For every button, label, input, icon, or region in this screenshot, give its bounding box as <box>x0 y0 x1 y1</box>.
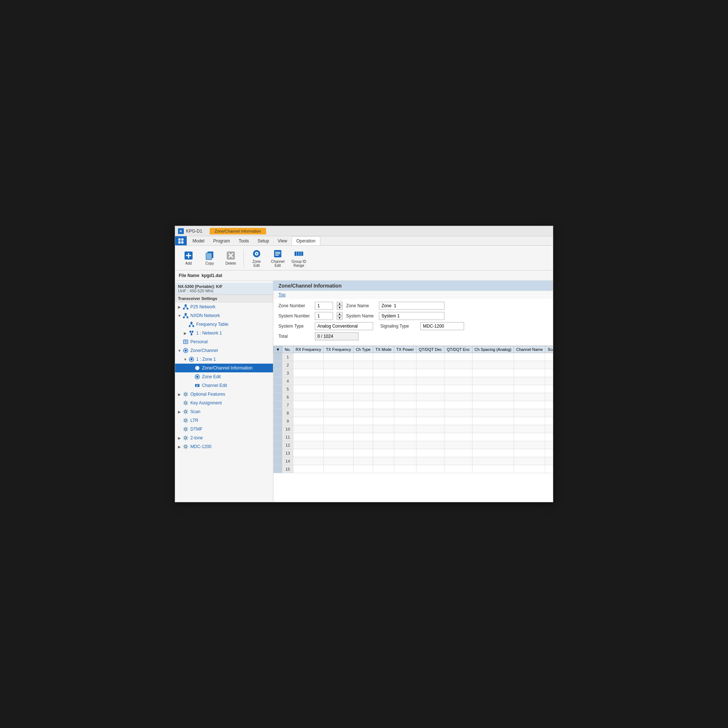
data-cell[interactable] <box>324 353 353 361</box>
data-cell[interactable] <box>394 401 416 409</box>
data-cell[interactable] <box>294 377 324 385</box>
channel-edit-button[interactable]: ChannelEdit <box>268 248 288 269</box>
scan-add-cell[interactable] <box>545 385 553 393</box>
data-cell[interactable] <box>294 417 324 425</box>
data-cell[interactable] <box>394 441 416 449</box>
data-cell[interactable] <box>444 433 472 441</box>
data-cell[interactable] <box>373 353 394 361</box>
data-cell[interactable] <box>353 385 373 393</box>
data-cell[interactable] <box>394 385 416 393</box>
data-cell[interactable] <box>416 457 444 465</box>
data-cell[interactable] <box>373 393 394 401</box>
scan-add-cell[interactable] <box>545 393 553 401</box>
zone-number-spinner[interactable]: ▲ ▼ <box>337 302 343 310</box>
table-row[interactable]: 9 <box>274 417 553 425</box>
data-cell[interactable] <box>324 417 353 425</box>
data-cell[interactable] <box>416 417 444 425</box>
scan-add-cell[interactable] <box>545 377 553 385</box>
data-cell[interactable] <box>444 425 472 433</box>
table-row[interactable]: 14 <box>274 457 553 465</box>
data-cell[interactable] <box>444 393 472 401</box>
data-cell[interactable] <box>324 377 353 385</box>
sidebar-item-zone-edit[interactable]: Zone Edit <box>175 372 273 381</box>
scan-add-cell[interactable] <box>545 433 553 441</box>
menu-setup[interactable]: Setup <box>253 236 273 245</box>
data-cell[interactable] <box>324 409 353 417</box>
scan-add-cell[interactable] <box>545 369 553 377</box>
data-cell[interactable] <box>373 457 394 465</box>
data-cell[interactable] <box>373 401 394 409</box>
zone-edit-button[interactable]: ZoneEdit <box>247 248 266 269</box>
sidebar-item-dtmf[interactable]: DTMF <box>175 425 273 434</box>
data-cell[interactable] <box>324 449 353 457</box>
zone-name-input[interactable] <box>379 302 444 310</box>
system-type-input[interactable] <box>315 322 373 330</box>
table-row[interactable]: 8 <box>274 409 553 417</box>
zone-number-down[interactable]: ▼ <box>337 306 343 310</box>
table-row[interactable]: 12 <box>274 441 553 449</box>
data-cell[interactable] <box>294 385 324 393</box>
scan-add-cell[interactable] <box>545 449 553 457</box>
data-cell[interactable] <box>373 441 394 449</box>
data-cell[interactable] <box>353 465 373 473</box>
data-cell[interactable] <box>472 377 514 385</box>
data-cell[interactable] <box>373 465 394 473</box>
data-cell[interactable] <box>294 353 324 361</box>
table-row[interactable]: 4 <box>274 377 553 385</box>
data-cell[interactable] <box>514 457 545 465</box>
data-cell[interactable] <box>394 353 416 361</box>
scan-add-cell[interactable] <box>545 409 553 417</box>
data-cell[interactable] <box>472 449 514 457</box>
data-cell[interactable] <box>472 457 514 465</box>
sidebar-item-scan[interactable]: ▶ Scan <box>175 407 273 416</box>
copy-button[interactable]: Copy <box>200 248 219 269</box>
data-cell[interactable] <box>324 369 353 377</box>
data-cell[interactable] <box>472 401 514 409</box>
data-cell[interactable] <box>373 433 394 441</box>
data-cell[interactable] <box>373 361 394 369</box>
scan-add-cell[interactable] <box>545 361 553 369</box>
table-row[interactable]: 3 <box>274 369 553 377</box>
scan-add-cell[interactable] <box>545 441 553 449</box>
data-cell[interactable] <box>514 417 545 425</box>
data-cell[interactable] <box>514 369 545 377</box>
data-cell[interactable] <box>394 457 416 465</box>
sidebar-item-network1[interactable]: ▶ 1 : Network 1 <box>175 329 273 337</box>
data-cell[interactable] <box>294 393 324 401</box>
data-cell[interactable] <box>416 433 444 441</box>
sidebar-item-mdc1200[interactable]: ▶ MDC-1200 <box>175 442 273 451</box>
data-cell[interactable] <box>324 361 353 369</box>
data-cell[interactable] <box>353 353 373 361</box>
table-row[interactable]: 2 <box>274 361 553 369</box>
data-cell[interactable] <box>444 377 472 385</box>
data-cell[interactable] <box>416 425 444 433</box>
data-cell[interactable] <box>294 433 324 441</box>
data-cell[interactable] <box>416 441 444 449</box>
data-cell[interactable] <box>514 353 545 361</box>
sidebar-item-key-assignment[interactable]: Key Assignment <box>175 399 273 407</box>
table-row[interactable]: 15 <box>274 465 553 473</box>
data-cell[interactable] <box>472 385 514 393</box>
data-cell[interactable] <box>514 377 545 385</box>
data-cell[interactable] <box>373 385 394 393</box>
data-cell[interactable] <box>514 361 545 369</box>
data-cell[interactable] <box>416 353 444 361</box>
data-cell[interactable] <box>416 449 444 457</box>
data-cell[interactable] <box>514 441 545 449</box>
data-cell[interactable] <box>444 409 472 417</box>
table-row[interactable]: 13 <box>274 449 553 457</box>
menu-view[interactable]: View <box>273 236 292 245</box>
data-cell[interactable] <box>373 425 394 433</box>
data-cell[interactable] <box>394 425 416 433</box>
sidebar-item-personal[interactable]: Personal <box>175 337 273 346</box>
data-cell[interactable] <box>294 449 324 457</box>
data-cell[interactable] <box>324 433 353 441</box>
data-cell[interactable] <box>324 385 353 393</box>
table-row[interactable]: 5 <box>274 385 553 393</box>
data-cell[interactable] <box>416 401 444 409</box>
data-cell[interactable] <box>373 369 394 377</box>
data-cell[interactable] <box>294 465 324 473</box>
data-cell[interactable] <box>324 393 353 401</box>
data-cell[interactable] <box>472 369 514 377</box>
sidebar-item-optional-features[interactable]: ▶ Optional Features <box>175 390 273 399</box>
